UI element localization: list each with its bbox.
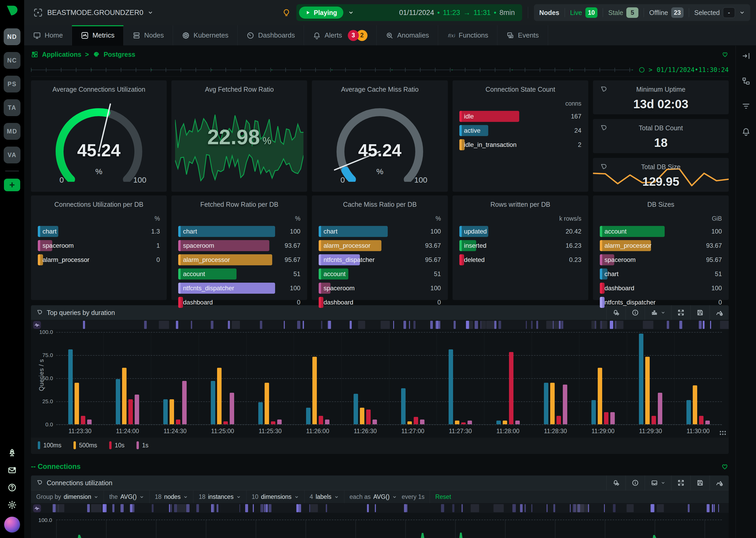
space-button-ta[interactable]: TA: [4, 99, 21, 116]
tab-kubernetes[interactable]: Kubernetes: [173, 25, 238, 45]
timeline-track[interactable]: [31, 68, 633, 72]
bar-list-row-inserted[interactable]: inserted16.23: [459, 240, 582, 251]
add-chart-icon[interactable]: [710, 475, 729, 490]
tab-home[interactable]: Home: [24, 25, 72, 45]
bar-list-row-alarm_processor[interactable]: alarm_processor95.67: [178, 254, 300, 265]
area-chart-plot[interactable]: 100.0: [31, 513, 729, 538]
filter-instances[interactable]: 18instances: [193, 490, 247, 503]
space-button-nc[interactable]: NC: [4, 52, 21, 69]
collapse-panel-icon[interactable]: [741, 51, 750, 60]
bar-list-row-alarm_processor[interactable]: alarm_processor93.67: [600, 240, 722, 251]
bar-list-row-deleted[interactable]: deleted0.23: [459, 254, 582, 265]
save-icon[interactable]: [690, 475, 710, 490]
bar-list-row-dashboard[interactable]: dashboard100: [600, 283, 722, 294]
favorite-heart-icon[interactable]: [721, 462, 729, 470]
tab-metrics[interactable]: Metrics: [72, 25, 124, 45]
bar-list-row-dashboard[interactable]: dashboard0: [319, 297, 441, 308]
settings-icon[interactable]: [7, 500, 17, 510]
filter-dimension[interactable]: Group bydimension: [31, 490, 104, 503]
anomaly-ribbon[interactable]: [31, 320, 729, 329]
filter-avg-[interactable]: each asAVG()every 1s: [344, 490, 430, 503]
info-icon[interactable]: [626, 475, 645, 490]
tab-functions[interactable]: f(x)Functions: [438, 25, 497, 45]
card-avg-cache-miss-ratio[interactable]: Average Cache Miss Ratio 45.24 % 0 100: [312, 81, 448, 192]
legend-item-500ms[interactable]: 500ms: [73, 441, 97, 449]
anomaly-ribbon[interactable]: [31, 503, 729, 513]
alert-settings-icon[interactable]: [606, 475, 626, 490]
bar-list-row-alarm_processor[interactable]: alarm_processor0: [38, 254, 160, 265]
filter-nodes[interactable]: 18nodes: [150, 490, 193, 503]
bar-list-row-chart[interactable]: chart51: [600, 268, 722, 280]
anomaly-rate-icon[interactable]: [33, 504, 41, 512]
room-selector[interactable]: BEASTMODE.GROUNDZER0: [33, 8, 153, 18]
bar-list-row-account[interactable]: account51: [319, 268, 441, 280]
bar-list-row-spaceroom[interactable]: spaceroom95.67: [600, 254, 722, 265]
bar-list-row-spaceroom[interactable]: spaceroom100: [319, 283, 441, 294]
legend-item-1s[interactable]: 1s: [136, 441, 148, 449]
bar-list-row-spaceroom[interactable]: spaceroom1: [38, 240, 160, 251]
card-connections-utilization-per-db[interactable]: Connections Utilization per DB%chart1.3s…: [31, 195, 167, 300]
notifications-bell-icon[interactable]: [741, 127, 750, 136]
time-controls[interactable]: Playing 01/11/2024 • 11:23 → 11:31 • 8mi…: [296, 4, 522, 21]
fullscreen-icon[interactable]: [671, 475, 690, 490]
bar-list-row-chart[interactable]: chart100: [178, 226, 300, 237]
space-button-ps[interactable]: PS: [4, 76, 21, 92]
filter-labels[interactable]: 4labels: [305, 490, 344, 503]
legend-item-10s[interactable]: 10s: [109, 441, 124, 449]
anomaly-rate-icon[interactable]: [33, 321, 41, 329]
card-avg-fetched-row-ratio[interactable]: Avg Fetched Row Ratio 22.98%: [171, 81, 307, 192]
chevron-down-icon[interactable]: [739, 10, 745, 16]
bar-list-row-chart[interactable]: chart100: [319, 226, 441, 237]
bar-list-row-spaceroom[interactable]: spaceroom93.67: [178, 240, 300, 251]
card-db-sizes[interactable]: DB SizesGiBaccount100alarm_processor93.6…: [593, 195, 729, 300]
chart-layers-icon[interactable]: [645, 475, 671, 490]
tab-alerts[interactable]: Alerts32: [304, 25, 376, 45]
favorite-heart-icon[interactable]: [721, 51, 729, 58]
bar-list-row-dashboard[interactable]: dashboard0: [178, 297, 300, 308]
space-button-va[interactable]: VA: [4, 146, 21, 163]
tab-anomalies[interactable]: Anomalies: [377, 25, 438, 45]
tips-bulb-icon[interactable]: [282, 8, 291, 17]
bar-list-row-account[interactable]: account51: [178, 268, 300, 280]
user-avatar[interactable]: [4, 516, 20, 533]
space-button-nd[interactable]: ND: [4, 28, 21, 45]
bar-list-row-ntfcnts_dispatcher[interactable]: ntfcnts_dispatcher100: [178, 283, 300, 294]
breadcrumb-section[interactable]: Applications: [42, 51, 81, 58]
bar-list-row-active[interactable]: active24: [459, 125, 582, 136]
resize-handle-icon[interactable]: [719, 430, 726, 436]
chevron-down-icon[interactable]: [348, 10, 354, 16]
stat-card-total-db-count[interactable]: Total DB Count18: [593, 119, 729, 153]
stat-card-minimum-uptime[interactable]: Minimum Uptime13d 02:03: [593, 81, 729, 114]
card-avg-connections-utilization[interactable]: Average Connections Utilization 45.24 % …: [31, 81, 167, 192]
card-cache-miss-ratio-per-db[interactable]: Cache Miss Ratio per DB%chart100alarm_pr…: [312, 195, 448, 300]
bar-list-row-ntfcnts_dispatcher[interactable]: ntfcnts_dispatcher0: [600, 297, 722, 308]
card-rows-written-per-db[interactable]: Rows written per DBk rows/supdated20.42i…: [452, 195, 588, 300]
section-title[interactable]: -- Connections: [31, 462, 80, 471]
play-button[interactable]: Playing: [299, 7, 343, 19]
filter-dimensions[interactable]: 10dimensions: [247, 490, 305, 503]
tab-events[interactable]: Events: [497, 25, 548, 45]
bar-list-row-account[interactable]: account100: [600, 226, 722, 237]
card-fetched-row-ratio-per-db[interactable]: Fetched Row Ratio per DB%chart100spacero…: [171, 195, 307, 300]
bar-list-row-idle_in_transaction[interactable]: idle_in_transaction2: [459, 139, 582, 150]
card-connection-state-count[interactable]: Connection State Count conns idle167acti…: [452, 81, 588, 192]
stat-card-total-db-size[interactable]: Total DB Size129.95: [593, 158, 729, 192]
nodes-summary[interactable]: Nodes Live 10 Stale 5 Offline 23: [534, 4, 750, 21]
nodes-tree-icon[interactable]: [741, 77, 750, 86]
filter-reset[interactable]: Reset: [430, 490, 456, 503]
feedback-icon[interactable]: [7, 465, 17, 475]
filter-avg-[interactable]: theAVG(): [104, 490, 149, 503]
rocket-icon[interactable]: [7, 448, 17, 457]
add-space-button[interactable]: +: [4, 179, 20, 191]
bar-chart-plot[interactable]: Queries / s 100.075.050.025.00.0: [56, 332, 722, 424]
help-icon[interactable]: [7, 483, 17, 492]
bar-list-row-ntfcnts_dispatcher[interactable]: ntfcnts_dispatcher95.67: [319, 254, 441, 265]
filter-icon[interactable]: [741, 102, 750, 111]
space-button-md[interactable]: MD: [4, 123, 21, 140]
legend-item-100ms[interactable]: 100ms: [38, 441, 62, 449]
bar-list-row-chart[interactable]: chart1.3: [38, 226, 160, 237]
tab-nodes[interactable]: Nodes: [124, 25, 173, 45]
date-range[interactable]: 01/11/2024 • 11:23 → 11:31 • 8min: [358, 9, 515, 17]
tab-dashboards[interactable]: Dashboards: [238, 25, 304, 45]
breadcrumb-page[interactable]: Postgress: [104, 51, 135, 58]
